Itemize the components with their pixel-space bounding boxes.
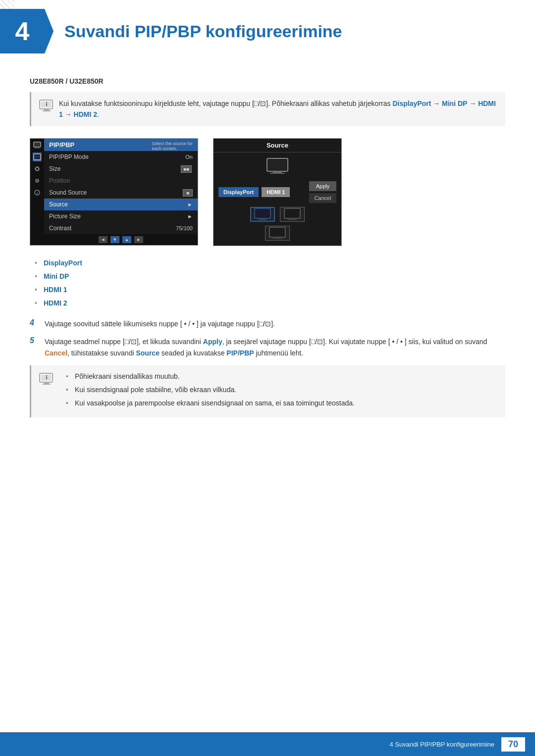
svg-rect-18 bbox=[268, 159, 287, 170]
highlight-minidp: Mini DP bbox=[442, 100, 467, 107]
source-icon-2 bbox=[280, 207, 305, 222]
apply-button[interactable]: Apply bbox=[309, 181, 336, 191]
source-bullet-list: DisplayPort Mini DP HDMI 1 HDMI 2 bbox=[30, 258, 505, 308]
note2-list: Põhiekraani sisendallikas muutub. Kui si… bbox=[59, 371, 355, 411]
model-label: U28E850R / U32E850R bbox=[30, 77, 505, 85]
side-icon-info: i bbox=[33, 188, 42, 197]
svg-rect-3 bbox=[43, 110, 51, 111]
footer-text: 4 Suvandi PIP/PBP konfigureerimine bbox=[389, 741, 494, 748]
step-4-number: 4 bbox=[30, 318, 40, 327]
menu-item-position: Position bbox=[44, 175, 198, 187]
svg-rect-10 bbox=[34, 154, 40, 156]
side-icon-gear bbox=[33, 176, 42, 185]
menu-note: Select the source foreach screen. bbox=[152, 141, 193, 151]
svg-rect-30 bbox=[270, 228, 285, 237]
chapter-num-box: 4 bbox=[0, 9, 45, 53]
note2-item-2: Kui sisendsignaal pole stabiilne, võib e… bbox=[66, 385, 355, 395]
bullet-hdmi2: HDMI 2 bbox=[35, 298, 505, 308]
bullet-hdmi1: HDMI 1 bbox=[35, 285, 505, 295]
source-icons-row bbox=[250, 207, 305, 222]
step-5-text: Vajutage seadmel nuppe [□/⊡], et liikuda… bbox=[45, 336, 505, 358]
nav-down: ▼ bbox=[110, 236, 119, 243]
chapter-number: 4 bbox=[15, 16, 30, 46]
source-body: DisplayPort HDMI 1 Apply Cancel bbox=[214, 152, 341, 246]
hdmi1-button[interactable]: HDMI 1 bbox=[262, 187, 290, 197]
note-icon bbox=[39, 99, 54, 112]
menu-item-contrast: Contrast 75/100 bbox=[44, 222, 198, 234]
svg-point-37 bbox=[46, 375, 47, 376]
side-icon-move bbox=[33, 164, 42, 173]
menu-item-source: Source ► bbox=[44, 199, 198, 210]
note-box-2: Põhiekraani sisendallikas muutub. Kui si… bbox=[30, 365, 505, 417]
svg-rect-27 bbox=[289, 218, 295, 219]
svg-point-14 bbox=[37, 180, 38, 181]
source-screenshot: Source DisplayPort HDMI 1 Appl bbox=[213, 138, 342, 246]
source-monitor-2 bbox=[283, 208, 301, 221]
source-monitor-1 bbox=[254, 208, 271, 221]
nav-left: ◄ bbox=[99, 236, 107, 243]
menu-main: PIP/PBP Select the source foreach screen… bbox=[44, 139, 198, 245]
highlight-displayport: DisplayPort bbox=[392, 100, 431, 107]
note-box-1: Kui kuvatakse funktsiooninupu kirjeldust… bbox=[30, 92, 505, 126]
step-4-text: Vajutage soovitud sättele liikumiseks nu… bbox=[45, 318, 505, 329]
svg-rect-32 bbox=[272, 238, 282, 239]
note-icon-2 bbox=[39, 372, 54, 385]
source-title: Source bbox=[214, 139, 341, 152]
svg-rect-11 bbox=[34, 157, 40, 159]
page-footer: 4 Suvandi PIP/PBP konfigureerimine 70 bbox=[0, 732, 535, 756]
footer-page-number: 70 bbox=[501, 737, 525, 752]
screenshots-row: i PIP/PBP Select the source foreach scre… bbox=[30, 138, 505, 246]
note2-item-1: Põhiekraani sisendallikas muutub. bbox=[66, 371, 355, 382]
note2-item-3: Kui vasakpoolse ja parempoolse ekraani s… bbox=[66, 398, 355, 408]
source-icon-bottom bbox=[265, 226, 290, 241]
header-banner: 4 Suvandi PIP/PBP konfigureerimine bbox=[0, 0, 535, 62]
svg-rect-28 bbox=[287, 219, 297, 220]
svg-point-4 bbox=[46, 102, 47, 103]
menu-screenshot: i PIP/PBP Select the source foreach scre… bbox=[30, 138, 198, 246]
source-icon-1 bbox=[250, 207, 275, 222]
note-text-1: Kui kuvatakse funktsiooninupu kirjeldust… bbox=[59, 98, 497, 120]
menu-bottom-bar: ◄ ▼ ▲ ► bbox=[44, 234, 198, 245]
svg-rect-31 bbox=[274, 237, 280, 238]
step-5-number: 5 bbox=[30, 336, 40, 345]
menu-item-pipmode: PIP/PBP Mode On bbox=[44, 151, 198, 163]
nav-up: ▲ bbox=[122, 236, 131, 243]
top-monitor-icon bbox=[265, 157, 290, 175]
menu-item-picturesize: Picture Size ► bbox=[44, 210, 198, 222]
step-4: 4 Vajutage soovitud sättele liikumiseks … bbox=[30, 318, 505, 329]
svg-rect-26 bbox=[285, 209, 300, 218]
svg-rect-35 bbox=[44, 382, 49, 384]
menu-title: PIP/PBP Select the source foreach screen… bbox=[44, 139, 198, 151]
nav-right: ► bbox=[134, 236, 143, 243]
svg-rect-22 bbox=[255, 209, 270, 218]
menu-item-size: Size ■■ bbox=[44, 163, 198, 175]
source-monitor-bottom bbox=[268, 227, 286, 240]
cancel-button[interactable]: Cancel bbox=[309, 193, 336, 203]
svg-rect-20 bbox=[270, 173, 285, 174]
side-icons: i bbox=[30, 139, 44, 245]
svg-rect-7 bbox=[36, 147, 39, 148]
svg-rect-24 bbox=[258, 219, 268, 220]
svg-rect-36 bbox=[43, 384, 51, 385]
highlight-hdmi2: HDMI 2 bbox=[74, 110, 97, 118]
chapter-title: Suvandi PIP/PBP konfigureerimine bbox=[64, 22, 342, 41]
step-5: 5 Vajutage seadmel nuppe [□/⊡], et liiku… bbox=[30, 336, 505, 358]
bullet-minidp: Mini DP bbox=[35, 271, 505, 282]
svg-rect-2 bbox=[44, 109, 49, 110]
side-icon-monitor bbox=[33, 141, 42, 150]
svg-rect-8 bbox=[35, 148, 40, 148]
side-icon-settings bbox=[33, 152, 42, 161]
svg-rect-23 bbox=[260, 218, 266, 219]
svg-rect-19 bbox=[273, 171, 282, 173]
svg-text:i: i bbox=[37, 191, 38, 196]
svg-rect-6 bbox=[34, 143, 40, 147]
menu-item-sound: Sound Source ■ bbox=[44, 187, 198, 199]
menu-items: PIP/PBP Mode On Size ■■ Position bbox=[44, 151, 198, 234]
main-content: U28E850R / U32E850R Kui kuvatakse funkts… bbox=[0, 77, 535, 417]
bullet-displayport: DisplayPort bbox=[35, 258, 505, 268]
displayport-button[interactable]: DisplayPort bbox=[218, 187, 259, 197]
